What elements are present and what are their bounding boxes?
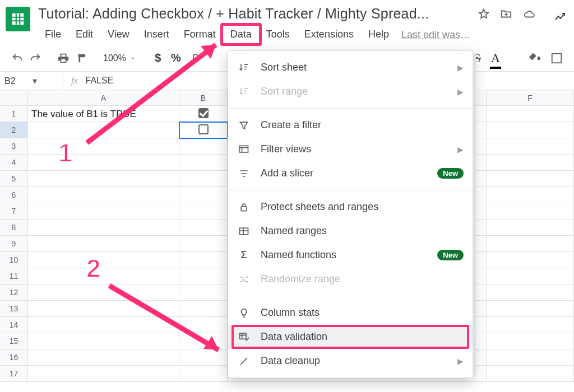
menu-create-filter[interactable]: Create a filter — [228, 113, 473, 137]
cell[interactable] — [179, 171, 228, 187]
row-header[interactable]: 10 — [0, 252, 28, 268]
row-header[interactable]: 11 — [0, 268, 28, 284]
cell[interactable] — [487, 252, 574, 268]
last-edit-link[interactable]: Last edit was second… — [401, 29, 473, 41]
cell[interactable] — [487, 349, 574, 366]
menu-named-functions[interactable]: Σ Named functions New — [228, 243, 473, 267]
menu-view[interactable]: View — [101, 25, 136, 45]
cloud-icon[interactable] — [522, 8, 536, 20]
row-header[interactable]: 15 — [0, 333, 28, 349]
cell[interactable] — [179, 236, 228, 252]
decimal-icon[interactable]: .0 — [188, 52, 200, 64]
menu-column-stats[interactable]: Column stats — [228, 301, 473, 325]
row-header[interactable]: 13 — [0, 301, 28, 317]
menu-data-cleanup[interactable]: Data cleanup ▶ — [228, 349, 473, 373]
cell[interactable] — [179, 252, 228, 268]
cell[interactable] — [487, 333, 574, 349]
cell[interactable] — [487, 268, 574, 284]
row-header[interactable]: 16 — [0, 349, 28, 366]
cell[interactable] — [28, 203, 179, 220]
col-header-A[interactable]: A — [28, 90, 179, 105]
cell[interactable] — [487, 171, 574, 187]
cell[interactable] — [28, 236, 179, 252]
cell[interactable] — [179, 349, 228, 366]
row-header[interactable]: 17 — [0, 366, 28, 382]
zoom-select[interactable]: 100% — [103, 53, 136, 63]
cell[interactable] — [28, 138, 179, 155]
row-header[interactable]: 12 — [0, 284, 28, 301]
menu-tools[interactable]: Tools — [260, 25, 297, 45]
menu-edit[interactable]: Edit — [69, 25, 100, 45]
print-icon[interactable] — [57, 52, 70, 64]
row-header[interactable]: 8 — [0, 220, 28, 236]
menu-file[interactable]: File — [38, 25, 68, 45]
move-icon[interactable] — [500, 8, 512, 20]
undo-icon[interactable] — [11, 52, 24, 64]
row-header[interactable]: 6 — [0, 187, 28, 203]
currency-icon[interactable]: $ — [152, 52, 164, 64]
fill-color-icon[interactable] — [528, 50, 540, 66]
doc-title[interactable]: Tutorial: Adding Checkbox / + Habit Trac… — [38, 4, 473, 23]
name-box[interactable]: B2▾ — [0, 76, 63, 86]
cell-A2[interactable] — [28, 122, 179, 138]
cell[interactable] — [28, 333, 179, 349]
row-header[interactable]: 1 — [0, 106, 28, 122]
cell[interactable] — [487, 138, 574, 155]
cell[interactable] — [28, 301, 179, 317]
row-header[interactable]: 5 — [0, 171, 28, 187]
menu-scrollbar[interactable] — [473, 53, 476, 375]
row-header[interactable]: 7 — [0, 203, 28, 220]
cell[interactable] — [179, 366, 228, 382]
cell[interactable] — [487, 155, 574, 171]
checkbox-checked-icon[interactable] — [198, 108, 209, 118]
cell[interactable] — [28, 349, 179, 366]
cell[interactable] — [28, 252, 179, 268]
menu-data-validation[interactable]: Data validation — [228, 325, 473, 349]
cell[interactable] — [487, 187, 574, 203]
menu-extensions[interactable]: Extensions — [298, 25, 360, 45]
cell[interactable] — [487, 284, 574, 301]
menu-sort-sheet[interactable]: Sort sheet ▶ — [228, 55, 473, 80]
sheets-logo[interactable] — [6, 7, 30, 31]
cell[interactable] — [179, 220, 228, 236]
cell[interactable] — [28, 171, 179, 187]
cell-A1[interactable]: The value of B1 is TRUE — [28, 106, 179, 122]
cell[interactable] — [179, 301, 228, 317]
menu-named-ranges[interactable]: Named ranges — [228, 219, 473, 243]
activity-icon[interactable] — [553, 10, 568, 26]
cell[interactable] — [179, 203, 228, 220]
formula-bar[interactable]: FALSE — [86, 76, 114, 86]
menu-filter-views[interactable]: Filter views ▶ — [228, 137, 473, 161]
menu-insert[interactable]: Insert — [137, 25, 176, 45]
text-color-icon[interactable]: A — [491, 51, 500, 66]
cell[interactable] — [179, 268, 228, 284]
row-header[interactable]: 4 — [0, 155, 28, 171]
redo-icon[interactable] — [29, 52, 41, 64]
select-all-corner[interactable] — [0, 90, 28, 105]
paint-format-icon[interactable] — [75, 52, 87, 64]
cell[interactable] — [487, 317, 574, 333]
cell[interactable] — [28, 284, 179, 301]
cell[interactable] — [179, 317, 228, 333]
star-icon[interactable] — [478, 8, 490, 20]
cell[interactable] — [179, 138, 228, 155]
cell[interactable] — [28, 220, 179, 236]
row-header[interactable]: 14 — [0, 317, 28, 333]
row-header[interactable]: 3 — [0, 138, 28, 155]
menu-add-slicer[interactable]: Add a slicer New — [228, 161, 473, 185]
row-header[interactable]: 9 — [0, 236, 28, 252]
cell[interactable] — [28, 268, 179, 284]
menu-data[interactable]: Data — [224, 25, 258, 45]
cell[interactable] — [179, 155, 228, 171]
cell[interactable] — [487, 122, 574, 138]
cell[interactable] — [487, 236, 574, 252]
cell[interactable] — [487, 203, 574, 220]
col-header-B[interactable]: B — [179, 90, 228, 105]
menu-help[interactable]: Help — [362, 25, 396, 45]
cell[interactable] — [487, 301, 574, 317]
cell[interactable] — [28, 317, 179, 333]
menu-format[interactable]: Format — [177, 25, 223, 45]
cell[interactable] — [179, 284, 228, 301]
col-header-F[interactable]: F — [487, 90, 574, 105]
cell-B1[interactable] — [179, 106, 228, 122]
